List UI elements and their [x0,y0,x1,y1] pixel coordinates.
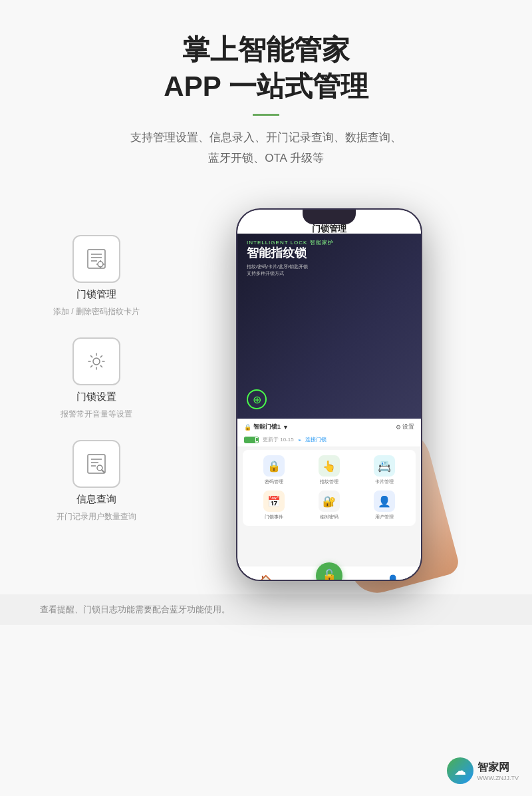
phone-banner: INTELLIGENT LOCK 智能家护 智能指纹锁 指纹/密码/卡片/蓝牙/… [237,234,421,419]
search-list-icon [84,451,109,477]
lock-icon: 🔒 [244,424,251,431]
watermark-url: WWW.ZNJJ.TV [477,775,519,781]
grid-item-fingerprint[interactable]: 👆 指纹管理 [305,455,354,485]
list-settings-icon [84,246,109,272]
battery-indicator [244,437,259,443]
unlock-icon: 🔓 [322,568,336,580]
banner-main-title: 智能指纹锁 [247,246,412,261]
home-icon: 🏠 [260,574,271,580]
phone-screen: 门锁管理 INTELLIGENT LOCK 智能家护 智能指纹锁 指纹/密码/卡… [237,210,421,580]
fingerprint-label: 指纹管理 [320,479,338,485]
fingerprint-mgmt-icon: 👆 [319,455,340,477]
main-title-line1: 掌上智能管家 [40,32,492,69]
battery-tip [256,438,258,441]
main-title-line2: APP 一站式管理 [40,69,492,105]
watermark-icon: ☁ [454,763,466,778]
feature-lock-settings-title: 门锁设置 [76,391,116,403]
divider [253,114,279,116]
bottom-note: 查看提醒、门锁日志功能需要配合蓝牙功能使用。 [0,594,532,625]
nav-home[interactable]: 🏠 首页 [260,574,271,580]
lock-name: 🔒 智能门锁1 ▼ [244,423,289,431]
grid-item-card[interactable]: 📇 卡片管理 [359,455,409,485]
temp-pwd-label: 临时密码 [320,514,338,520]
grid-item-user[interactable]: 👤 用户管理 [359,491,409,520]
dropdown-icon: ▼ [283,424,289,431]
grid-item-event[interactable]: 📅 门锁事件 [249,491,299,520]
user-label: 用户管理 [375,514,394,520]
app-status-bar: 🔒 智能门锁1 ▼ ⚙ 设置 [237,419,421,434]
card-icon: 📇 [374,455,395,477]
bluetooth-icon: ⌁ [298,437,301,443]
feature-info-query-desc: 开门记录用户数量查询 [57,511,136,522]
subtitle: 支持管理设置、信息录入、开门记录查询、数据查询、蓝牙开锁、OTA 升级等 [40,128,492,168]
content-section: 门锁管理 添加 / 删除密码指纹卡片 门锁设置 报警常开音量等设置 [0,188,532,594]
phone-wrapper: 门锁管理 INTELLIGENT LOCK 智能家护 智能指纹锁 指纹/密码/卡… [153,208,505,581]
feature-lock-management: 门锁管理 添加 / 删除密码指纹卡片 [40,235,153,317]
settings-icon: ⚙ [396,424,401,431]
phone-bottom-nav: 🏠 首页 🔓 一键开锁 👤 我的 [237,566,421,580]
feature-lock-management-title: 门锁管理 [76,288,116,301]
svg-point-9 [93,358,100,365]
gear-icon [84,349,109,374]
left-features: 门锁管理 添加 / 删除密码指纹卡片 门锁设置 报警常开音量等设置 [40,208,153,522]
nav-mine[interactable]: 👤 我的 [387,574,398,580]
feature-info-query-title: 信息查询 [76,493,116,506]
mine-icon: 👤 [387,574,398,580]
one-click-unlock-btn[interactable]: 🔓 [316,562,342,580]
watermark-logo: ☁ [447,757,473,784]
temp-pwd-icon: 🔐 [319,491,340,512]
event-icon: 📅 [263,491,285,512]
battery-row: 更新于 10-15 ⌁ 连接门锁 [237,434,421,447]
fingerprint-icon: ⊕ [253,393,261,406]
app-feature-grid: 🔒 密码管理 👆 指纹管理 📇 卡片管理 [243,450,416,526]
card-label: 卡片管理 [375,479,394,485]
feature-info-query: 信息查询 开门记录用户数量查询 [40,440,153,522]
phone-notch [303,210,356,224]
lock-settings-icon-box [72,337,120,385]
password-icon: 🔒 [263,455,285,477]
feature-lock-settings-desc: 报警常开音量等设置 [61,409,132,420]
fingerprint-circle: ⊕ [247,389,267,409]
feature-lock-management-desc: 添加 / 删除密码指纹卡片 [53,306,140,317]
feature-lock-settings: 门锁设置 报警常开音量等设置 [40,337,153,420]
update-time: 更新于 10-15 [263,436,294,443]
lock-management-icon-box [72,235,120,283]
grid-item-temp-pwd[interactable]: 🔐 临时密码 [305,491,354,520]
svg-point-4 [98,262,103,267]
banner-desc: 指纹/密码/卡片/蓝牙/钥匙开锁支持多种开锁方式 [247,264,412,278]
settings-btn[interactable]: ⚙ 设置 [396,423,414,431]
grid-item-password[interactable]: 🔒 密码管理 [249,455,299,485]
phone-app-ui: 🔒 智能门锁1 ▼ ⚙ 设置 [237,419,421,580]
banner-content: INTELLIGENT LOCK 智能家护 智能指纹锁 指纹/密码/卡片/蓝牙/… [237,234,421,283]
info-query-icon-box [72,440,120,488]
watermark-info: 智家网 WWW.ZNJJ.TV [477,761,519,781]
header-section: 掌上智能管家 APP 一站式管理 支持管理设置、信息录入、开门记录查询、数据查询… [0,0,532,188]
svg-line-15 [102,470,104,472]
event-label: 门锁事件 [265,514,283,520]
banner-sub-label: INTELLIGENT LOCK 智能家护 [247,239,412,246]
password-label: 密码管理 [265,479,283,485]
watermark-name: 智家网 [477,761,519,775]
user-icon: 👤 [374,491,395,512]
nav-unlock[interactable]: 🔓 一键开锁 [316,569,342,580]
watermark: ☁ 智家网 WWW.ZNJJ.TV [447,757,519,784]
battery-fill [245,437,255,443]
connect-text: 连接门锁 [305,436,327,443]
phone-mockup: 门锁管理 INTELLIGENT LOCK 智能家护 智能指纹锁 指纹/密码/卡… [236,208,422,581]
